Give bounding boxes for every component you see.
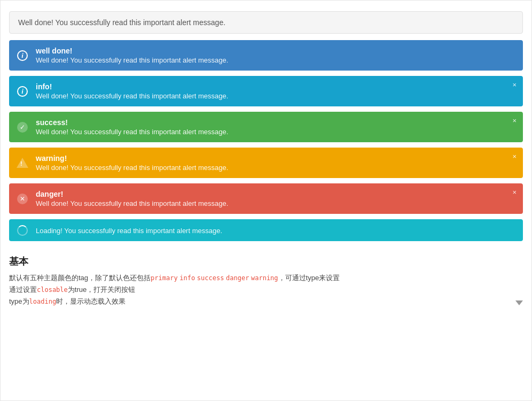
alert-warning-title: warning! xyxy=(36,154,514,163)
desc2-text: 通过设置 xyxy=(9,286,37,294)
alert-danger-close[interactable]: × xyxy=(512,189,517,196)
info-circle-icon: i xyxy=(17,50,28,61)
section-desc1: 默认有五种主题颜色的tag，除了默认色还包括primary info succe… xyxy=(9,272,340,284)
alert-info: i × info! Well done! You successfully re… xyxy=(9,76,523,106)
section-desc3: type为loading时，显示动态载入效果 xyxy=(9,296,340,307)
alert-warning-message: Well done! You successfully read this im… xyxy=(36,164,514,172)
alert-info-title: info! xyxy=(36,82,514,91)
warning-triangle-icon xyxy=(17,158,28,168)
alert-success: ✓ × success! Well done! You successfully… xyxy=(9,112,523,142)
code-loading: loading xyxy=(29,298,57,305)
alert-danger-title: danger! xyxy=(36,190,514,198)
section-footer: 基本 默认有五种主题颜色的tag，除了默认色还包括primary info su… xyxy=(9,246,523,307)
alert-primary: i well done! Well done! You successfully… xyxy=(9,40,523,71)
page-container: Well done! You successfully read this im… xyxy=(0,0,532,401)
code-primary: primary xyxy=(151,274,178,282)
alert-success-title: success! xyxy=(36,118,514,127)
alert-default: Well done! You successfully read this im… xyxy=(9,11,523,34)
alert-success-message: Well done! You successfully read this im… xyxy=(36,128,514,136)
alert-warning: × warning! Well done! You successfully r… xyxy=(9,148,523,178)
x-circle-icon: ✕ xyxy=(17,194,28,204)
section-content: 基本 默认有五种主题颜色的tag，除了默认色还包括primary info su… xyxy=(9,246,340,307)
danger-icon-wrap: ✕ xyxy=(17,193,28,205)
code-success: success xyxy=(197,274,224,282)
info-icon-wrap: i xyxy=(17,86,28,97)
desc1-suffix: ，可通过type来设置 xyxy=(278,274,340,282)
spinner-icon xyxy=(17,225,28,236)
section-desc2: 通过设置closable为true，打开关闭按钮 xyxy=(9,284,340,296)
code-warning: warning xyxy=(251,274,278,282)
loading-icon-wrap xyxy=(17,225,28,236)
alert-default-message: Well done! You successfully read this im… xyxy=(18,18,225,27)
alert-info-close[interactable]: × xyxy=(512,81,517,88)
check-circle-icon: ✓ xyxy=(17,122,28,133)
alert-loading: Loading! You successfully read this impo… xyxy=(9,219,523,241)
warning-icon-wrap xyxy=(17,157,28,169)
alert-danger: ✕ × danger! Well done! You successfully … xyxy=(9,183,523,214)
alert-success-close[interactable]: × xyxy=(512,117,517,124)
alert-primary-message: Well done! You successfully read this im… xyxy=(36,56,514,64)
success-icon-wrap: ✓ xyxy=(17,121,28,133)
primary-icon: i xyxy=(17,50,28,61)
alert-danger-message: Well done! You successfully read this im… xyxy=(36,199,514,207)
section-title: 基本 xyxy=(9,255,340,268)
desc1-text: 默认有五种主题颜色的tag，除了默认色还包括 xyxy=(9,274,151,282)
chevron-down-icon xyxy=(515,300,523,305)
alert-info-message: Well done! You successfully read this im… xyxy=(36,92,514,100)
desc3-suffix: 时，显示动态载入效果 xyxy=(56,297,126,305)
code-closable: closable xyxy=(37,286,68,294)
code-danger: danger xyxy=(226,274,249,282)
info-icon: i xyxy=(17,86,28,97)
alert-loading-message: Loading! You successfully read this impo… xyxy=(36,226,514,235)
desc3-text: type为 xyxy=(9,297,29,305)
code-info: info xyxy=(179,274,195,282)
desc2-suffix: 为true，打开关闭按钮 xyxy=(68,286,135,294)
alert-warning-close[interactable]: × xyxy=(512,153,517,160)
alert-primary-title: well done! xyxy=(36,47,514,55)
